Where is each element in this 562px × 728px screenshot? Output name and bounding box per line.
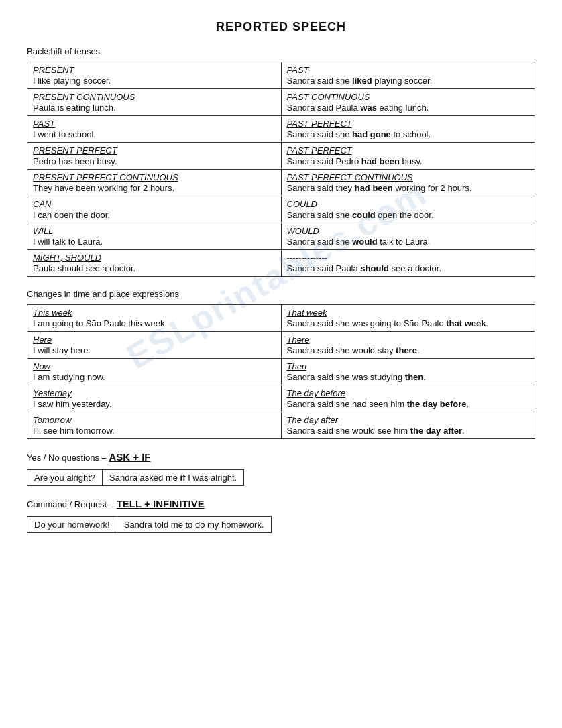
time-right-cell: ThereSandra said she would stay there. [281, 332, 535, 359]
time-left-cell: NowI am studying now. [27, 359, 282, 385]
time-left-cell: This weekI am going to São Paulo this we… [27, 305, 282, 332]
table-row: PASTI went to school.PAST PERFECTSandra … [27, 116, 535, 143]
time-right-cell: The day afterSandra said she would see h… [281, 412, 535, 439]
time-right-cell: The day beforeSandra said she had seen h… [281, 385, 535, 412]
yesno-section-label: Yes / No questions – ASK + IF [27, 451, 535, 463]
section1-label: Backshift of tenses [27, 46, 535, 56]
tense-right-cell: PAST PERFECTSandra said she had gone to … [281, 116, 535, 143]
tense-right-cell: --------------Sandra said Paula should s… [281, 250, 535, 277]
tense-left-cell: PRESENTI like playing soccer. [27, 62, 282, 89]
tense-left-cell: PRESENT CONTINUOUSPaula is eating lunch. [27, 89, 282, 116]
table-row: MIGHT, SHOULDPaula should see a doctor.-… [27, 250, 535, 277]
tense-left-cell: MIGHT, SHOULDPaula should see a doctor. [27, 250, 282, 277]
command-answer: Sandra told me to do my homework. [117, 517, 271, 533]
time-left-cell: HereI will stay here. [27, 332, 282, 359]
table-row: PRESENT PERFECTPedro has been busy.PAST … [27, 143, 535, 170]
time-right-cell: ThenSandra said she was studying then. [281, 359, 535, 385]
tense-right-cell: WOULDSandra said she would talk to Laura… [281, 223, 535, 250]
tense-right-cell: PAST PERFECT CONTINUOUSSandra said they … [281, 170, 535, 196]
yesno-table: Are you alright? Sandra asked me if I wa… [27, 469, 244, 486]
table-row: PRESENT PERFECT CONTINUOUSThey have been… [27, 170, 535, 196]
command-table: Do your homework! Sandra told me to do m… [27, 516, 272, 533]
time-left-cell: TomorrowI'll see him tomorrow. [27, 412, 282, 439]
table-row: Are you alright? Sandra asked me if I wa… [27, 470, 244, 486]
table-row: This weekI am going to São Paulo this we… [27, 305, 535, 332]
tense-right-cell: PASTSandra said she liked playing soccer… [281, 62, 535, 89]
yesno-answer: Sandra asked me if I was alright. [103, 470, 244, 486]
tense-right-cell: PAST CONTINUOUSSandra said Paula was eat… [281, 89, 535, 116]
command-formula: TELL + INFINITIVE [117, 498, 205, 509]
tense-left-cell: PRESENT PERFECT CONTINUOUSThey have been… [27, 170, 282, 196]
yesno-formula: ASK + IF [109, 451, 150, 463]
table-row: Do your homework! Sandra told me to do m… [27, 517, 272, 533]
table-row: TomorrowI'll see him tomorrow.The day af… [27, 412, 535, 439]
table-row: HereI will stay here.ThereSandra said sh… [27, 332, 535, 359]
time-table: This weekI am going to São Paulo this we… [27, 304, 535, 439]
tense-left-cell: PASTI went to school. [27, 116, 282, 143]
page-title: REPORTED SPEECH [27, 20, 535, 34]
table-row: PRESENTI like playing soccer.PASTSandra … [27, 62, 535, 89]
table-row: WILLI will talk to Laura.WOULDSandra sai… [27, 223, 535, 250]
time-left-cell: YesterdayI saw him yesterday. [27, 385, 282, 412]
tenses-table: PRESENTI like playing soccer.PASTSandra … [27, 62, 535, 277]
table-row: CANI can open the door.COULDSandra said … [27, 196, 535, 223]
table-row: YesterdayI saw him yesterday.The day bef… [27, 385, 535, 412]
tense-left-cell: CANI can open the door. [27, 196, 282, 223]
time-right-cell: That weekSandra said she was going to Sã… [281, 305, 535, 332]
tense-left-cell: WILLI will talk to Laura. [27, 223, 282, 250]
table-row: PRESENT CONTINUOUSPaula is eating lunch.… [27, 89, 535, 116]
yesno-question: Are you alright? [27, 470, 103, 486]
tense-right-cell: COULDSandra said she could open the door… [281, 196, 535, 223]
command-section-label: Command / Request – TELL + INFINITIVE [27, 498, 535, 509]
tense-right-cell: PAST PERFECTSandra said Pedro had been b… [281, 143, 535, 170]
table-row: NowI am studying now.ThenSandra said she… [27, 359, 535, 385]
tense-left-cell: PRESENT PERFECTPedro has been busy. [27, 143, 282, 170]
section2-label: Changes in time and place expressions [27, 289, 535, 299]
command-question: Do your homework! [27, 517, 117, 533]
